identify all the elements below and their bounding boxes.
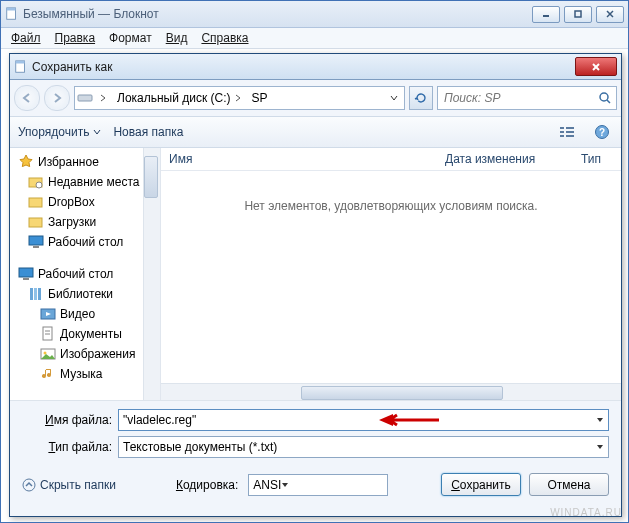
svg-rect-1: [7, 8, 16, 11]
nav-forward-button[interactable]: [44, 85, 70, 111]
svg-rect-23: [29, 198, 42, 207]
menu-help[interactable]: Справка: [195, 29, 254, 47]
window-buttons: [532, 6, 624, 23]
hide-folders-button[interactable]: Скрыть папки: [22, 478, 116, 492]
search-icon: [598, 91, 612, 105]
nav-back-button[interactable]: [14, 85, 40, 111]
documents-icon: [40, 326, 56, 342]
svg-rect-7: [16, 60, 25, 63]
horizontal-scrollbar[interactable]: [161, 383, 621, 400]
dialog-title-text: Сохранить как: [32, 60, 575, 74]
cancel-button[interactable]: Отмена: [529, 473, 609, 496]
h-scroll-thumb[interactable]: [301, 386, 503, 400]
notepad-title-text: Безымянный — Блокнот: [23, 7, 532, 21]
desktop-icon: [18, 266, 34, 282]
filetype-label: Тип файла:: [22, 440, 112, 454]
file-list[interactable]: Имя Дата изменения Тип Нет элементов, уд…: [161, 148, 621, 400]
view-options-button[interactable]: [557, 121, 579, 143]
encoding-field[interactable]: ANSI: [248, 474, 388, 496]
new-folder-button[interactable]: Новая папка: [113, 125, 183, 139]
tree-music[interactable]: Музыка: [10, 364, 160, 384]
minimize-button[interactable]: [532, 6, 560, 23]
svg-rect-14: [560, 131, 564, 133]
col-type[interactable]: Тип: [573, 152, 609, 166]
menu-bar: Файл Правка Формат Вид Справка: [1, 28, 628, 49]
menu-format[interactable]: Формат: [103, 29, 158, 47]
dialog-footer: Скрыть папки Кодировка: ANSI Сохранить О…: [10, 467, 621, 506]
notepad-icon: [5, 7, 19, 21]
breadcrumb-drive[interactable]: Локальный диск (C:): [113, 91, 246, 105]
svg-rect-30: [34, 288, 37, 300]
svg-rect-25: [29, 236, 43, 245]
filetype-field[interactable]: Текстовые документы (*.txt): [118, 436, 609, 458]
search-input[interactable]: [442, 90, 598, 106]
search-box[interactable]: [437, 86, 617, 110]
organize-button[interactable]: Упорядочить: [18, 125, 101, 139]
dialog-icon: [14, 60, 28, 74]
menu-file[interactable]: Файл: [5, 29, 47, 47]
encoding-value: ANSI: [253, 478, 281, 492]
maximize-button[interactable]: [564, 6, 592, 23]
svg-rect-15: [560, 135, 564, 137]
chevron-up-icon: [22, 478, 36, 492]
svg-text:?: ?: [599, 127, 605, 138]
desktop-icon: [28, 234, 44, 250]
svg-rect-24: [29, 218, 42, 227]
col-date[interactable]: Дата изменения: [437, 152, 573, 166]
svg-rect-17: [566, 131, 574, 133]
save-as-dialog: Сохранить как Локальный диск (C:) SP: [9, 53, 622, 517]
menu-edit[interactable]: Правка: [49, 29, 102, 47]
tree-desktop[interactable]: Рабочий стол: [10, 232, 160, 252]
svg-point-22: [36, 182, 42, 188]
address-bar[interactable]: Локальный диск (C:) SP: [74, 86, 405, 110]
filename-dropdown[interactable]: [592, 410, 608, 430]
tree-libraries[interactable]: Библиотеки: [10, 284, 160, 304]
tree-scroll-thumb[interactable]: [144, 156, 158, 198]
tree-scrollbar[interactable]: [143, 148, 160, 400]
svg-rect-3: [575, 11, 581, 17]
filename-label: Имя файла:: [22, 413, 112, 427]
nav-tree[interactable]: Избранное Недавние места DropBox Загрузк…: [10, 148, 161, 400]
breadcrumb-folder[interactable]: SP: [248, 91, 272, 105]
tree-recent[interactable]: Недавние места: [10, 172, 160, 192]
tree-pictures[interactable]: Изображения: [10, 344, 160, 364]
recent-icon: [28, 174, 44, 190]
svg-point-11: [600, 93, 608, 101]
breadcrumb-dropdown[interactable]: [386, 94, 402, 102]
filename-value: "vladelec.reg": [123, 413, 196, 427]
svg-rect-13: [560, 127, 564, 129]
breadcrumb-sep[interactable]: [95, 94, 111, 102]
svg-rect-18: [566, 135, 574, 137]
refresh-button[interactable]: [409, 86, 433, 110]
filename-field[interactable]: "vladelec.reg": [118, 409, 609, 431]
menu-view[interactable]: Вид: [160, 29, 194, 47]
filetype-dropdown[interactable]: [592, 437, 608, 457]
close-button[interactable]: [596, 6, 624, 23]
tree-favorites[interactable]: Избранное: [10, 152, 160, 172]
tree-dropbox[interactable]: DropBox: [10, 192, 160, 212]
save-button[interactable]: Сохранить: [441, 473, 521, 496]
tree-downloads[interactable]: Загрузки: [10, 212, 160, 232]
filetype-value: Текстовые документы (*.txt): [123, 440, 277, 454]
dialog-close-button[interactable]: [575, 57, 617, 76]
encoding-dropdown[interactable]: [281, 478, 289, 492]
pictures-icon: [40, 346, 56, 362]
empty-message: Нет элементов, удовлетворяющих условиям …: [161, 199, 621, 213]
tree-video[interactable]: Видео: [10, 304, 160, 324]
dialog-titlebar: Сохранить как: [10, 54, 621, 80]
libraries-icon: [28, 286, 44, 302]
svg-rect-26: [33, 246, 39, 248]
music-icon: [40, 366, 56, 382]
toolbar: Упорядочить Новая папка ?: [10, 116, 621, 148]
notepad-titlebar: Безымянный — Блокнот: [1, 1, 628, 28]
tree-desktop-root[interactable]: Рабочий стол: [10, 264, 160, 284]
list-header: Имя Дата изменения Тип: [161, 148, 621, 171]
star-icon: [18, 154, 34, 170]
svg-point-38: [23, 479, 35, 491]
annotation-arrow-icon: [379, 411, 439, 429]
tree-documents[interactable]: Документы: [10, 324, 160, 344]
chevron-down-icon: [93, 128, 101, 136]
col-name[interactable]: Имя: [161, 152, 437, 166]
svg-rect-28: [23, 278, 29, 280]
help-button[interactable]: ?: [591, 121, 613, 143]
